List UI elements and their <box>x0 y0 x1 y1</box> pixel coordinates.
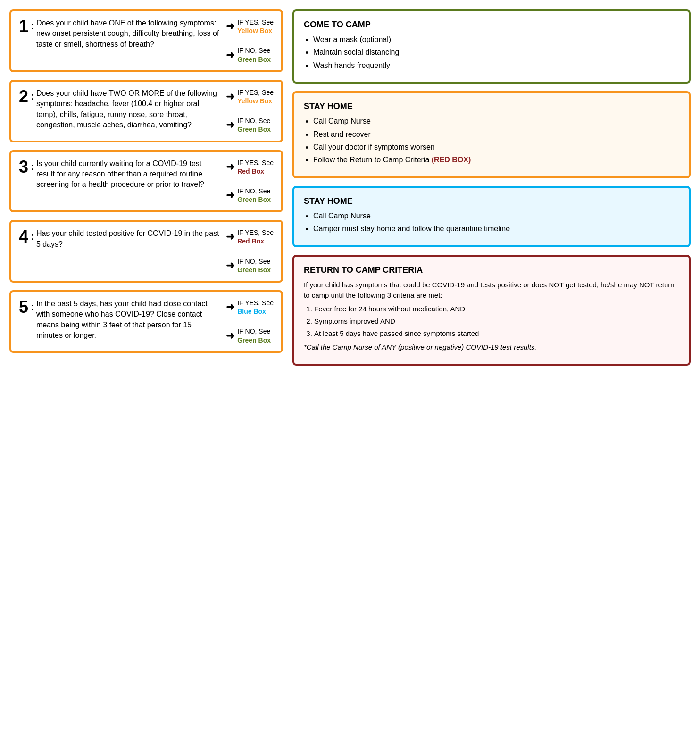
blue-box-title: STAY HOME <box>304 196 679 206</box>
green-box-list: Wear a mask (optional) Maintain social d… <box>304 34 679 71</box>
question-3-box: 3: Is your child currently waiting for a… <box>9 150 283 213</box>
question-4-box: 4: Has your child tested positive for CO… <box>9 220 283 283</box>
arrow-icon-2-yes: ➜ <box>226 92 234 102</box>
question-3-header: 3: Is your child currently waiting for a… <box>19 159 219 190</box>
question-1-box: 1: Does your child have ONE of the follo… <box>9 9 283 72</box>
question-1-text: Does your child have ONE of the followin… <box>36 18 219 50</box>
question-1-arrows: ➜ IF YES, See Yellow Box ➜ IF NO, See Gr… <box>219 18 274 64</box>
question-4-number: 4 <box>19 228 28 245</box>
question-2-header: 2: Does your child have TWO OR MORE of t… <box>19 88 219 131</box>
if-yes-label-1: IF YES, See <box>237 18 274 26</box>
question-3-no-arrow: ➜ IF NO, See Green Box <box>226 187 274 204</box>
yellow-box-title: STAY HOME <box>304 101 679 111</box>
no-box-label-4: Green Box <box>237 266 271 274</box>
question-4-arrows: ➜ IF YES, See Red Box ➜ IF NO, See Green… <box>219 228 274 274</box>
question-1-no-text: IF NO, See Green Box <box>237 46 271 63</box>
if-no-label-4: IF NO, See <box>237 258 270 265</box>
yes-box-label-2: Yellow Box <box>237 97 272 105</box>
yes-box-label-1: Yellow Box <box>237 27 272 34</box>
arrow-icon-1-yes: ➜ <box>226 21 234 32</box>
question-3-yes-text: IF YES, See Red Box <box>237 159 274 176</box>
no-box-label-2: Green Box <box>237 125 271 133</box>
if-yes-label-4: IF YES, See <box>237 229 274 236</box>
list-item: Fever free for 24 hours without medicati… <box>314 304 679 314</box>
question-5-number: 5 <box>19 299 28 316</box>
if-no-label-5: IF NO, See <box>237 327 270 335</box>
blue-box-list: Call Camp Nurse Camper must stay home an… <box>304 211 679 234</box>
question-1-yes-text: IF YES, See Yellow Box <box>237 18 274 35</box>
list-item: Wear a mask (optional) <box>313 34 679 45</box>
question-5-content: 5: In the past 5 days, has your child ha… <box>19 299 219 344</box>
question-2-no-arrow: ➜ IF NO, See Green Box <box>226 117 274 134</box>
list-item: Call your doctor if symptoms worsen <box>313 142 679 152</box>
blue-box: STAY HOME Call Camp Nurse Camper must st… <box>292 186 691 247</box>
question-2-yes-text: IF YES, See Yellow Box <box>237 88 274 105</box>
question-4-text: Has your child tested positive for COVID… <box>36 228 219 250</box>
list-item: Camper must stay home and follow the qua… <box>313 224 679 234</box>
question-1-header: 1: Does your child have ONE of the follo… <box>19 18 219 50</box>
red-box-note: *Call the Camp Nurse of ANY (positive or… <box>304 342 679 353</box>
question-1-no-arrow: ➜ IF NO, See Green Box <box>226 46 274 63</box>
no-box-label-1: Green Box <box>237 56 271 63</box>
if-no-label-2: IF NO, See <box>237 117 270 125</box>
if-yes-label-3: IF YES, See <box>237 159 274 167</box>
arrow-icon-4-no: ➜ <box>226 260 234 271</box>
question-1-number: 1 <box>19 18 28 35</box>
green-box-title: COME TO CAMP <box>304 20 679 30</box>
question-1-content: 1: Does your child have ONE of the follo… <box>19 18 219 64</box>
question-3-text: Is your child currently waiting for a CO… <box>36 159 219 190</box>
question-2-arrows: ➜ IF YES, See Yellow Box ➜ IF NO, See Gr… <box>219 88 274 134</box>
no-box-label-5: Green Box <box>237 336 271 344</box>
list-item: Follow the Return to Camp Criteria (RED … <box>313 155 679 165</box>
yes-box-label-4: Red Box <box>237 237 264 245</box>
red-box-intro: If your child has symptoms that could be… <box>304 280 679 301</box>
question-5-no-arrow: ➜ IF NO, See Green Box <box>226 327 274 344</box>
arrow-icon-3-yes: ➜ <box>226 162 234 172</box>
list-item: Call Camp Nurse <box>313 211 679 221</box>
arrow-icon-5-no: ➜ <box>226 331 234 341</box>
question-5-no-text: IF NO, See Green Box <box>237 327 271 344</box>
list-item: Symptoms improved AND <box>314 316 679 326</box>
if-no-label-3: IF NO, See <box>237 187 270 195</box>
question-5-yes-text: IF YES, See Blue Box <box>237 299 274 316</box>
question-2-box: 2: Does your child have TWO OR MORE of t… <box>9 80 283 142</box>
green-box: COME TO CAMP Wear a mask (optional) Main… <box>292 9 691 84</box>
yes-box-label-3: Red Box <box>237 167 264 175</box>
question-3-yes-arrow: ➜ IF YES, See Red Box <box>226 159 274 176</box>
list-item: At least 5 days have passed since sympto… <box>314 328 679 338</box>
question-3-no-text: IF NO, See Green Box <box>237 187 271 204</box>
main-layout: 1: Does your child have ONE of the follo… <box>9 9 691 366</box>
question-4-yes-arrow: ➜ IF YES, See Red Box <box>226 228 274 245</box>
yellow-box: STAY HOME Call Camp Nurse Rest and recov… <box>292 91 691 178</box>
yes-box-label-5: Blue Box <box>237 308 266 315</box>
question-3-number: 3 <box>19 159 28 176</box>
arrow-icon-4-yes: ➜ <box>226 232 234 242</box>
question-5-arrows: ➜ IF YES, See Blue Box ➜ IF NO, See Gree… <box>219 299 274 344</box>
question-1-yes-arrow: ➜ IF YES, See Yellow Box <box>226 18 274 35</box>
yellow-box-list: Call Camp Nurse Rest and recover Call yo… <box>304 116 679 166</box>
arrow-icon-3-no: ➜ <box>226 190 234 201</box>
arrow-icon-5-yes: ➜ <box>226 302 234 312</box>
question-2-content: 2: Does your child have TWO OR MORE of t… <box>19 88 219 134</box>
question-4-content: 4: Has your child tested positive for CO… <box>19 228 219 274</box>
question-2-text: Does your child have TWO OR MORE of the … <box>36 88 219 131</box>
question-5-header: 5: In the past 5 days, has your child ha… <box>19 299 219 341</box>
question-5-box: 5: In the past 5 days, has your child ha… <box>9 290 283 353</box>
question-4-no-arrow: ➜ IF NO, See Green Box <box>226 257 274 274</box>
list-item: Maintain social distancing <box>313 47 679 58</box>
question-4-header: 4: Has your child tested positive for CO… <box>19 228 219 250</box>
list-item: Call Camp Nurse <box>313 116 679 126</box>
if-yes-label-5: IF YES, See <box>237 299 274 307</box>
if-yes-label-2: IF YES, See <box>237 89 274 96</box>
no-box-label-3: Green Box <box>237 196 271 203</box>
red-box-criteria-list: Fever free for 24 hours without medicati… <box>304 304 679 338</box>
questions-column: 1: Does your child have ONE of the follo… <box>9 9 283 353</box>
arrow-icon-1-no: ➜ <box>226 50 234 60</box>
list-item: Wash hands frequently <box>313 60 679 71</box>
question-3-content: 3: Is your child currently waiting for a… <box>19 159 219 204</box>
info-column: COME TO CAMP Wear a mask (optional) Main… <box>292 9 691 366</box>
question-4-no-text: IF NO, See Green Box <box>237 257 271 274</box>
red-box-reference: (RED BOX) <box>432 156 471 164</box>
question-2-no-text: IF NO, See Green Box <box>237 117 271 134</box>
question-5-yes-arrow: ➜ IF YES, See Blue Box <box>226 299 274 316</box>
